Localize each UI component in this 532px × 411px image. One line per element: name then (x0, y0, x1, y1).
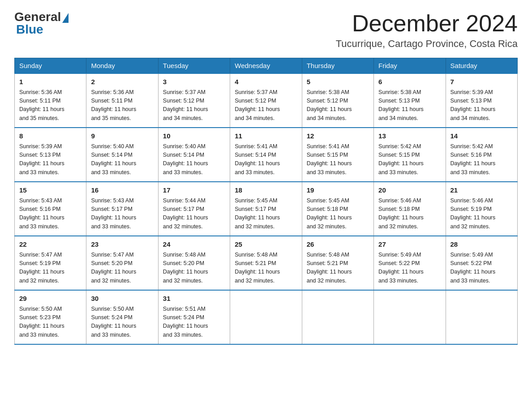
day-number: 18 (235, 185, 297, 196)
calendar-header-row: SundayMondayTuesdayWednesdayThursdayFrid… (15, 58, 518, 74)
day-number: 13 (378, 131, 441, 141)
calendar-cell: 2Sunrise: 5:36 AMSunset: 5:11 PMDaylight… (86, 73, 158, 128)
weekday-header-sunday: Sunday (15, 58, 86, 74)
day-number: 23 (91, 240, 153, 250)
calendar-cell: 30Sunrise: 5:50 AMSunset: 5:24 PMDayligh… (86, 290, 158, 344)
day-number: 9 (91, 131, 153, 141)
calendar-cell: 3Sunrise: 5:37 AMSunset: 5:12 PMDaylight… (158, 73, 230, 128)
calendar-week-row: 8Sunrise: 5:39 AMSunset: 5:13 PMDaylight… (15, 128, 518, 182)
day-info: Sunrise: 5:43 AMSunset: 5:16 PMDaylight:… (19, 197, 82, 231)
calendar-cell: 1Sunrise: 5:36 AMSunset: 5:11 PMDaylight… (15, 73, 86, 128)
logo-blue-text: Blue (16, 23, 69, 36)
weekday-header-monday: Monday (86, 58, 158, 74)
calendar-cell: 22Sunrise: 5:47 AMSunset: 5:19 PMDayligh… (15, 236, 86, 290)
day-info: Sunrise: 5:46 AMSunset: 5:18 PMDaylight:… (378, 197, 441, 231)
day-number: 19 (307, 185, 369, 196)
calendar-cell: 5Sunrise: 5:38 AMSunset: 5:12 PMDaylight… (302, 73, 373, 128)
day-number: 24 (163, 240, 225, 250)
weekday-header-tuesday: Tuesday (158, 58, 230, 74)
day-info: Sunrise: 5:47 AMSunset: 5:20 PMDaylight:… (91, 251, 153, 286)
day-number: 2 (91, 77, 153, 87)
day-number: 7 (450, 77, 513, 87)
calendar-week-row: 29Sunrise: 5:50 AMSunset: 5:23 PMDayligh… (15, 290, 518, 344)
weekday-header-wednesday: Wednesday (230, 58, 302, 74)
day-number: 6 (378, 77, 441, 87)
calendar-cell: 11Sunrise: 5:41 AMSunset: 5:14 PMDayligh… (230, 128, 302, 182)
calendar-cell: 31Sunrise: 5:51 AMSunset: 5:24 PMDayligh… (158, 290, 230, 344)
day-info: Sunrise: 5:38 AMSunset: 5:12 PMDaylight:… (307, 88, 369, 123)
day-info: Sunrise: 5:46 AMSunset: 5:19 PMDaylight:… (450, 197, 513, 231)
day-number: 14 (450, 131, 513, 141)
day-number: 31 (163, 294, 225, 304)
logo: General Blue (14, 11, 69, 36)
calendar-cell: 29Sunrise: 5:50 AMSunset: 5:23 PMDayligh… (15, 290, 86, 344)
calendar-cell: 4Sunrise: 5:37 AMSunset: 5:12 PMDaylight… (230, 73, 302, 128)
day-number: 25 (235, 240, 297, 250)
day-info: Sunrise: 5:44 AMSunset: 5:17 PMDaylight:… (163, 197, 225, 231)
day-info: Sunrise: 5:37 AMSunset: 5:12 PMDaylight:… (235, 88, 297, 123)
day-number: 15 (19, 185, 82, 196)
day-info: Sunrise: 5:51 AMSunset: 5:24 PMDaylight:… (163, 305, 225, 340)
calendar-cell (374, 290, 446, 344)
weekday-header-friday: Friday (374, 58, 446, 74)
calendar-cell: 21Sunrise: 5:46 AMSunset: 5:19 PMDayligh… (446, 182, 517, 236)
day-number: 29 (19, 294, 82, 304)
calendar-week-row: 15Sunrise: 5:43 AMSunset: 5:16 PMDayligh… (15, 182, 518, 236)
day-info: Sunrise: 5:40 AMSunset: 5:14 PMDaylight:… (91, 142, 153, 177)
day-info: Sunrise: 5:40 AMSunset: 5:14 PMDaylight:… (163, 142, 225, 177)
calendar-cell: 10Sunrise: 5:40 AMSunset: 5:14 PMDayligh… (158, 128, 230, 182)
day-number: 1 (19, 77, 82, 87)
calendar-cell: 24Sunrise: 5:48 AMSunset: 5:20 PMDayligh… (158, 236, 230, 290)
calendar-cell: 13Sunrise: 5:42 AMSunset: 5:15 PMDayligh… (374, 128, 446, 182)
calendar-cell: 18Sunrise: 5:45 AMSunset: 5:17 PMDayligh… (230, 182, 302, 236)
day-info: Sunrise: 5:42 AMSunset: 5:15 PMDaylight:… (378, 142, 441, 177)
day-number: 4 (235, 77, 297, 87)
day-number: 20 (378, 185, 441, 196)
day-info: Sunrise: 5:49 AMSunset: 5:22 PMDaylight:… (378, 251, 441, 286)
logo-general-text: General (14, 11, 61, 23)
day-info: Sunrise: 5:39 AMSunset: 5:13 PMDaylight:… (450, 88, 513, 123)
day-info: Sunrise: 5:38 AMSunset: 5:13 PMDaylight:… (378, 88, 441, 123)
day-number: 12 (307, 131, 369, 141)
day-number: 5 (307, 77, 369, 87)
calendar-cell: 25Sunrise: 5:48 AMSunset: 5:21 PMDayligh… (230, 236, 302, 290)
weekday-header-thursday: Thursday (302, 58, 373, 74)
calendar-cell (230, 290, 302, 344)
day-info: Sunrise: 5:36 AMSunset: 5:11 PMDaylight:… (91, 88, 153, 123)
day-info: Sunrise: 5:48 AMSunset: 5:21 PMDaylight:… (235, 251, 297, 286)
day-info: Sunrise: 5:47 AMSunset: 5:19 PMDaylight:… (19, 251, 82, 286)
day-info: Sunrise: 5:37 AMSunset: 5:12 PMDaylight:… (163, 88, 225, 123)
day-info: Sunrise: 5:48 AMSunset: 5:21 PMDaylight:… (307, 251, 369, 286)
day-number: 28 (450, 240, 513, 250)
calendar-cell: 19Sunrise: 5:45 AMSunset: 5:18 PMDayligh… (302, 182, 373, 236)
calendar-cell: 6Sunrise: 5:38 AMSunset: 5:13 PMDaylight… (374, 73, 446, 128)
day-number: 22 (19, 240, 82, 250)
day-info: Sunrise: 5:43 AMSunset: 5:17 PMDaylight:… (91, 197, 153, 231)
day-info: Sunrise: 5:45 AMSunset: 5:18 PMDaylight:… (307, 197, 369, 231)
day-info: Sunrise: 5:48 AMSunset: 5:20 PMDaylight:… (163, 251, 225, 286)
day-info: Sunrise: 5:49 AMSunset: 5:22 PMDaylight:… (450, 251, 513, 286)
calendar-cell: 9Sunrise: 5:40 AMSunset: 5:14 PMDaylight… (86, 128, 158, 182)
day-number: 10 (163, 131, 225, 141)
calendar-cell: 12Sunrise: 5:41 AMSunset: 5:15 PMDayligh… (302, 128, 373, 182)
calendar-cell: 27Sunrise: 5:49 AMSunset: 5:22 PMDayligh… (374, 236, 446, 290)
day-info: Sunrise: 5:42 AMSunset: 5:16 PMDaylight:… (450, 142, 513, 177)
calendar-cell: 14Sunrise: 5:42 AMSunset: 5:16 PMDayligh… (446, 128, 517, 182)
day-info: Sunrise: 5:39 AMSunset: 5:13 PMDaylight:… (19, 142, 82, 177)
day-number: 27 (378, 240, 441, 250)
month-title: December 2024 (336, 11, 518, 36)
calendar-cell: 28Sunrise: 5:49 AMSunset: 5:22 PMDayligh… (446, 236, 517, 290)
calendar-table: SundayMondayTuesdayWednesdayThursdayFrid… (14, 58, 518, 345)
day-number: 11 (235, 131, 297, 141)
weekday-header-saturday: Saturday (446, 58, 517, 74)
calendar-cell: 8Sunrise: 5:39 AMSunset: 5:13 PMDaylight… (15, 128, 86, 182)
calendar-cell: 7Sunrise: 5:39 AMSunset: 5:13 PMDaylight… (446, 73, 517, 128)
calendar-cell (446, 290, 517, 344)
calendar-cell: 15Sunrise: 5:43 AMSunset: 5:16 PMDayligh… (15, 182, 86, 236)
day-info: Sunrise: 5:50 AMSunset: 5:24 PMDaylight:… (91, 305, 153, 340)
calendar-cell: 20Sunrise: 5:46 AMSunset: 5:18 PMDayligh… (374, 182, 446, 236)
day-number: 30 (91, 294, 153, 304)
location-subtitle: Tucurrique, Cartago Province, Costa Rica (336, 38, 518, 50)
logo-triangle-icon (62, 13, 69, 23)
calendar-cell: 26Sunrise: 5:48 AMSunset: 5:21 PMDayligh… (302, 236, 373, 290)
